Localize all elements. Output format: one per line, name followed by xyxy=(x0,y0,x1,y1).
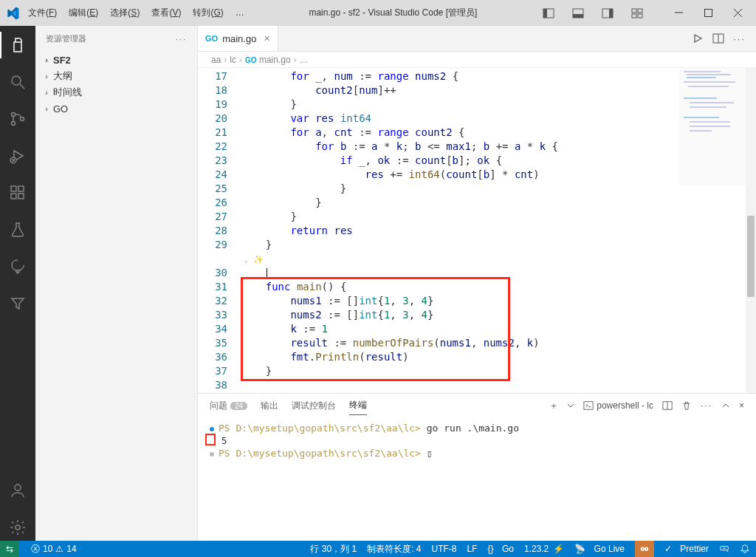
activity-account-icon[interactable] xyxy=(0,477,35,504)
terminal-split-dropdown-icon[interactable] xyxy=(567,402,574,409)
status-copilot-icon[interactable] xyxy=(635,541,654,557)
code-line-27[interactable]: } xyxy=(241,210,756,224)
status-go-version[interactable]: 1.23.2⚡ xyxy=(524,544,564,554)
activity-source-control-icon[interactable] xyxy=(0,106,35,132)
window-minimize-icon[interactable] xyxy=(666,3,691,24)
panel-tab-1[interactable]: 输出 xyxy=(261,397,278,415)
line-number: 27 xyxy=(198,210,227,224)
window-close-icon[interactable] xyxy=(725,3,750,24)
menu-5[interactable]: … xyxy=(230,4,250,21)
panel-tab-0[interactable]: 问题24 xyxy=(210,397,247,415)
explorer-panel: 资源管理器 ··· ›SF2›大纲›时间线›GO xyxy=(35,26,198,541)
activity-testing-icon[interactable] xyxy=(0,216,35,243)
breadcrumb-seg-3[interactable]: … xyxy=(300,55,309,65)
activity-debug-icon[interactable] xyxy=(0,143,35,169)
breadcrumb-seg-2[interactable]: GO main.go xyxy=(245,55,291,65)
line-number: 19 xyxy=(198,98,227,112)
editor-more-icon[interactable]: ··· xyxy=(733,33,746,44)
layout-customize-icon[interactable] xyxy=(625,3,650,24)
activity-filter-icon[interactable] xyxy=(0,290,35,317)
explorer-item-sf2[interactable]: ›SF2 xyxy=(35,52,197,68)
status-cursor-position[interactable]: 行 30，列 1 xyxy=(310,543,357,556)
editor-tab-bar: GO main.go × ··· xyxy=(198,26,756,52)
status-remote-icon[interactable]: ⇆ xyxy=(0,541,19,557)
minimap[interactable] xyxy=(679,68,746,186)
editor-scrollbar[interactable] xyxy=(746,68,756,393)
status-language[interactable]: {} Go xyxy=(488,544,514,554)
status-encoding[interactable]: UTF-8 xyxy=(432,544,457,554)
code-line-35[interactable]: result := numberOfPairs(nums1, nums2, k) xyxy=(241,336,756,350)
panel-close-icon[interactable]: × xyxy=(739,400,744,411)
run-file-icon[interactable] xyxy=(692,33,704,44)
status-eol[interactable]: LF xyxy=(467,544,478,554)
svg-rect-7 xyxy=(638,9,642,13)
line-number: 24 xyxy=(198,168,227,182)
menu-1[interactable]: 编辑(E) xyxy=(63,4,104,21)
status-problems[interactable]: ⓧ10 ⚠14 xyxy=(31,543,77,556)
activity-wrap-icon[interactable] xyxy=(0,253,35,280)
terminal-shell-icon[interactable]: powershell - lc xyxy=(583,400,653,411)
line-number: 20 xyxy=(198,112,227,126)
svg-point-14 xyxy=(12,76,21,85)
menu-0[interactable]: 文件(F) xyxy=(22,4,63,21)
panel-tab-2[interactable]: 调试控制台 xyxy=(292,397,336,415)
code-line-36[interactable]: fmt.Println(result) xyxy=(241,350,756,364)
activity-settings-icon[interactable] xyxy=(0,514,35,541)
code-line-26[interactable]: } xyxy=(241,196,756,210)
status-feedback-icon[interactable] xyxy=(719,544,729,554)
panel-tab-3[interactable]: 终端 xyxy=(349,396,367,415)
svg-rect-21 xyxy=(11,186,16,191)
layout-toggle-primary-icon[interactable] xyxy=(536,3,561,24)
status-bell-icon[interactable] xyxy=(740,544,750,554)
terminal-kill-icon[interactable] xyxy=(681,400,692,411)
status-tab-size[interactable]: 制表符长度: 4 xyxy=(367,543,421,556)
menu-3[interactable]: 查看(V) xyxy=(145,4,187,21)
code-line-33[interactable]: nums2 := []int{1, 3, 4} xyxy=(241,308,756,322)
svg-rect-8 xyxy=(632,14,636,18)
line-number: 36 xyxy=(198,350,227,364)
code-line-28[interactable]: return res xyxy=(241,224,756,238)
line-number: 38 xyxy=(198,378,227,392)
status-prettier[interactable]: ✓ Prettier xyxy=(664,544,709,554)
status-go-live[interactable]: 📡 Go Live xyxy=(574,544,625,554)
tab-close-icon[interactable]: × xyxy=(264,33,269,44)
code-line-34[interactable]: k := 1 xyxy=(241,322,756,336)
problems-badge: 24 xyxy=(230,402,247,410)
tab-main-go[interactable]: GO main.go × xyxy=(198,26,278,51)
code-line-29[interactable]: } xyxy=(241,238,756,252)
activity-extensions-icon[interactable] xyxy=(0,180,35,206)
terminal-layout-icon[interactable] xyxy=(662,400,673,411)
svg-point-36 xyxy=(642,548,643,550)
vscode-logo-icon xyxy=(6,7,19,20)
terminal-line: PS D:\mysetup\gopath\src\sf2\aa\lc> ▯ xyxy=(210,447,744,459)
panel-more-icon[interactable]: ··· xyxy=(701,400,712,411)
activity-search-icon[interactable] xyxy=(0,69,35,95)
explorer-item-大纲[interactable]: ›大纲 xyxy=(35,68,197,84)
code-line-32[interactable]: nums1 := []int{1, 3, 4} xyxy=(241,294,756,308)
explorer-item-go[interactable]: ›GO xyxy=(35,100,197,117)
svg-rect-11 xyxy=(704,10,712,17)
terminal-content[interactable]: PS D:\mysetup\gopath\src\sf2\aa\lc> go r… xyxy=(198,417,756,541)
breadcrumb-seg-0[interactable]: aa xyxy=(211,55,221,65)
terminal-new-icon[interactable]: ＋ xyxy=(549,400,558,412)
menu-2[interactable]: 选择(S) xyxy=(104,4,145,21)
svg-point-37 xyxy=(646,548,647,550)
explorer-more-icon[interactable]: ··· xyxy=(176,35,187,44)
layout-toggle-secondary-icon[interactable] xyxy=(595,3,620,24)
split-editor-icon[interactable] xyxy=(712,33,724,44)
explorer-item-时间线[interactable]: ›时间线 xyxy=(35,84,197,100)
svg-marker-28 xyxy=(695,35,701,42)
activity-explorer-icon[interactable] xyxy=(0,32,35,58)
breadcrumb-seg-1[interactable]: lc xyxy=(230,55,236,65)
svg-point-40 xyxy=(724,548,725,549)
code-line-37[interactable]: } xyxy=(241,364,756,378)
code-line-31[interactable]: func main() { xyxy=(241,280,756,294)
breadcrumb[interactable]: aa›lc›GO main.go›… xyxy=(198,52,756,68)
panel-maximize-icon[interactable] xyxy=(721,401,730,410)
code-line-30[interactable] xyxy=(241,266,756,280)
menu-4[interactable]: 转到(G) xyxy=(187,4,229,21)
chevron-right-icon: › xyxy=(41,72,52,81)
bottom-panel: 问题24输出调试控制台终端 ＋ powershell - lc ··· × PS… xyxy=(198,393,756,541)
layout-toggle-panel-icon[interactable] xyxy=(566,3,591,24)
window-maximize-icon[interactable] xyxy=(695,3,721,24)
